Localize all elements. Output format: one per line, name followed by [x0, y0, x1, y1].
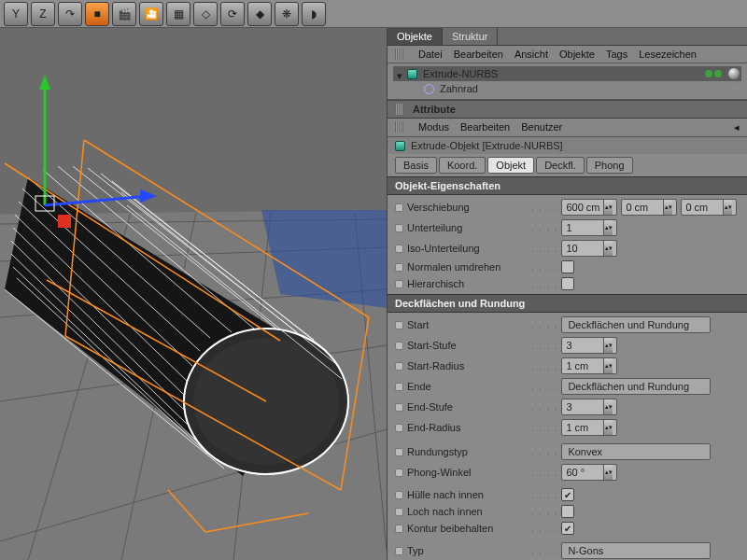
- attr-tab-objekt[interactable]: Objekt: [487, 157, 534, 174]
- material-ball[interactable]: [728, 68, 740, 79]
- grip-icon[interactable]: [395, 49, 403, 60]
- prop-h-lle-nach-innen: Hülle nach innen. . . .✔: [388, 486, 747, 503]
- hierarchy-tree[interactable]: ▾Extrude-NURBS Zahnrad: [388, 63, 747, 100]
- prop-verschiebung: Verschiebung. . . .600 cm▴▾0 cm▴▾0 cm▴▾: [388, 197, 747, 217]
- attr-tab-basis[interactable]: Basis: [395, 157, 437, 174]
- panel-tab-objekte[interactable]: Objekte: [388, 28, 443, 45]
- checkbox[interactable]: ✔: [561, 522, 574, 535]
- checkbox[interactable]: [561, 277, 574, 290]
- prop-hierarchisch: Hierarchisch. . . .: [388, 275, 747, 292]
- prop-iso-unterteilung: Iso-Unterteilung. . . .10▴▾: [388, 238, 747, 259]
- menu-tags[interactable]: Tags: [606, 49, 627, 60]
- toolbar-button-9[interactable]: ◆: [247, 2, 272, 26]
- number-input[interactable]: 1▴▾: [561, 219, 617, 236]
- anim-dot-icon[interactable]: [395, 383, 403, 391]
- spinner-icon[interactable]: ▴▾: [603, 420, 613, 435]
- vis-dot[interactable]: [714, 70, 722, 77]
- menu-bearbeiten[interactable]: Bearbeiten: [454, 49, 503, 60]
- number-input[interactable]: 10▴▾: [561, 240, 617, 257]
- toolbar-button-3[interactable]: ■: [85, 2, 109, 26]
- group-caps-round: Deckflächen und Rundung: [388, 294, 747, 313]
- attr-menu-modus[interactable]: Modus: [418, 121, 449, 133]
- viewport-scene: [0, 28, 387, 560]
- anim-dot-icon[interactable]: [395, 448, 403, 456]
- number-input[interactable]: 0 cm▴▾: [681, 199, 737, 216]
- attribute-tabs: BasisKoord.ObjektDeckfl.Phong: [395, 157, 740, 174]
- anim-dot-icon[interactable]: [395, 491, 403, 499]
- viewport[interactable]: Ansicht ✥ ⤧ ⟲ ▢: [0, 28, 387, 560]
- number-input[interactable]: 600 cm▴▾: [561, 199, 617, 216]
- spinner-icon[interactable]: ▴▾: [663, 200, 672, 215]
- number-input[interactable]: 0 cm▴▾: [621, 199, 677, 216]
- grip-icon[interactable]: [395, 104, 403, 115]
- toolbar-button-6[interactable]: ▦: [166, 2, 190, 26]
- anim-dot-icon[interactable]: [395, 424, 403, 432]
- tree-item-extrude-nurbs[interactable]: ▾Extrude-NURBS: [393, 66, 741, 81]
- number-input[interactable]: 3▴▾: [561, 399, 617, 415]
- menu-ansicht[interactable]: Ansicht: [514, 49, 548, 60]
- attr-tab-deckfl[interactable]: Deckfl.: [536, 157, 585, 174]
- number-input[interactable]: 1 cm▴▾: [561, 357, 617, 374]
- nurbs-icon: [395, 141, 405, 151]
- spinner-icon[interactable]: ▴▾: [603, 200, 613, 215]
- checkbox[interactable]: [561, 505, 574, 518]
- dropdown[interactable]: Konvex: [561, 443, 711, 460]
- spinner-icon[interactable]: ▴▾: [603, 241, 613, 256]
- grip-icon[interactable]: [395, 121, 403, 133]
- expand-icon[interactable]: ▾: [397, 70, 404, 77]
- prop-ende: Ende. . . .Deckflächen und Rundung: [388, 376, 747, 397]
- object-title: Extrude-Objekt [Extrude-NURBS]: [411, 140, 563, 151]
- spinner-icon[interactable]: ▴▾: [603, 358, 613, 373]
- checkbox[interactable]: ✔: [561, 488, 574, 501]
- attr-menu-benutzer[interactable]: Benutzer: [521, 121, 562, 133]
- anim-dot-icon[interactable]: [395, 508, 403, 516]
- toolbar-button-4[interactable]: 🎬: [112, 2, 136, 26]
- toolbar-button-1[interactable]: Z: [31, 2, 55, 26]
- spinner-icon[interactable]: ▴▾: [603, 399, 613, 414]
- anim-dot-icon[interactable]: [395, 321, 403, 329]
- menu-datei[interactable]: Datei: [418, 49, 443, 60]
- number-input[interactable]: 1 cm▴▾: [561, 419, 617, 436]
- vis-dot[interactable]: [705, 70, 712, 77]
- spinner-icon[interactable]: ▴▾: [603, 465, 613, 480]
- anim-dot-icon[interactable]: [395, 245, 403, 253]
- dropdown[interactable]: N-Gons: [561, 542, 711, 559]
- collapse-icon[interactable]: ◂: [734, 121, 740, 133]
- spline-icon: [424, 84, 434, 94]
- dropdown[interactable]: Deckflächen und Rundung: [561, 316, 711, 333]
- object-tabs: ObjekteStruktur: [388, 28, 747, 46]
- toolbar-button-5[interactable]: 🎦: [139, 2, 163, 26]
- toolbar-button-2[interactable]: ↷: [58, 2, 82, 26]
- checkbox[interactable]: [561, 260, 574, 273]
- main-toolbar: YZ↷■🎬🎦▦◇⟳◆❋◗: [0, 0, 747, 28]
- toolbar-button-11[interactable]: ◗: [302, 2, 326, 26]
- number-input[interactable]: 60 °▴▾: [561, 464, 617, 481]
- attr-menu-bearbeiten[interactable]: Bearbeiten: [460, 121, 510, 133]
- tree-item-zahnrad[interactable]: Zahnrad: [393, 81, 741, 96]
- menu-lesezeichen[interactable]: Lesezeichen: [639, 49, 697, 60]
- attribute-header: Attribute: [388, 100, 747, 119]
- menu-objekte[interactable]: Objekte: [559, 49, 595, 60]
- anim-dot-icon[interactable]: [395, 403, 403, 412]
- anim-dot-icon[interactable]: [395, 525, 403, 533]
- attr-tab-koord[interactable]: Koord.: [439, 157, 486, 174]
- toolbar-button-0[interactable]: Y: [4, 2, 28, 26]
- spinner-icon[interactable]: ▴▾: [603, 338, 613, 353]
- anim-dot-icon[interactable]: [395, 469, 403, 477]
- spinner-icon[interactable]: ▴▾: [723, 200, 732, 215]
- number-input[interactable]: 3▴▾: [561, 337, 617, 354]
- spinner-icon[interactable]: ▴▾: [603, 220, 613, 235]
- toolbar-button-8[interactable]: ⟳: [220, 2, 245, 26]
- dropdown[interactable]: Deckflächen und Rundung: [561, 378, 711, 395]
- toolbar-button-10[interactable]: ❋: [275, 2, 299, 26]
- toolbar-button-7[interactable]: ◇: [193, 2, 218, 26]
- anim-dot-icon[interactable]: [395, 280, 403, 288]
- anim-dot-icon[interactable]: [395, 263, 403, 272]
- anim-dot-icon[interactable]: [395, 547, 403, 555]
- anim-dot-icon[interactable]: [395, 224, 403, 232]
- attr-tab-phong[interactable]: Phong: [586, 157, 633, 174]
- panel-tab-struktur[interactable]: Struktur: [443, 28, 499, 45]
- anim-dot-icon[interactable]: [395, 362, 403, 371]
- anim-dot-icon[interactable]: [395, 342, 403, 350]
- anim-dot-icon[interactable]: [395, 203, 403, 212]
